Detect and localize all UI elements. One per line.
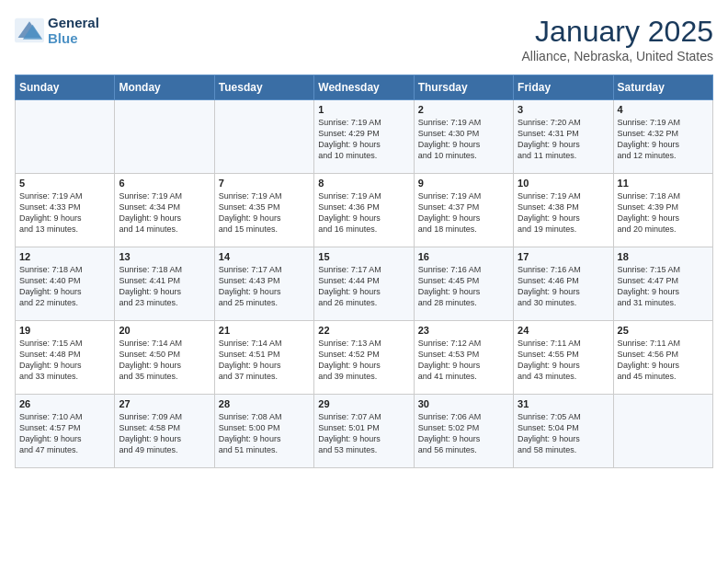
calendar-cell: 11Sunrise: 7:18 AM Sunset: 4:39 PM Dayli…	[613, 174, 712, 247]
calendar-cell: 14Sunrise: 7:17 AM Sunset: 4:43 PM Dayli…	[214, 247, 313, 321]
calendar-cell: 10Sunrise: 7:19 AM Sunset: 4:38 PM Dayli…	[514, 174, 613, 247]
cell-info: Sunrise: 7:19 AM Sunset: 4:33 PM Dayligh…	[19, 190, 110, 236]
logo-icon	[15, 17, 44, 43]
weekday-header-thursday: Thursday	[414, 75, 513, 100]
cell-info: Sunrise: 7:19 AM Sunset: 4:36 PM Dayligh…	[318, 190, 409, 236]
day-number: 28	[219, 398, 310, 409]
location: Alliance, Nebraska, United States	[521, 49, 713, 63]
cell-info: Sunrise: 7:18 AM Sunset: 4:39 PM Dayligh…	[618, 190, 709, 236]
weekday-header-sunday: Sunday	[16, 75, 115, 100]
calendar-cell: 15Sunrise: 7:17 AM Sunset: 4:44 PM Dayli…	[314, 247, 414, 321]
day-number: 16	[418, 251, 509, 262]
day-number: 27	[119, 398, 210, 409]
day-number: 5	[19, 178, 110, 189]
day-number: 8	[318, 178, 409, 189]
cell-info: Sunrise: 7:15 AM Sunset: 4:48 PM Dayligh…	[19, 338, 110, 383]
day-number: 4	[618, 104, 709, 115]
calendar-cell: 20Sunrise: 7:14 AM Sunset: 4:50 PM Dayli…	[115, 321, 214, 395]
month-title: January 2025	[521, 15, 713, 49]
calendar-cell: 19Sunrise: 7:15 AM Sunset: 4:48 PM Dayli…	[16, 321, 115, 395]
day-number: 10	[518, 178, 609, 189]
cell-info: Sunrise: 7:20 AM Sunset: 4:31 PM Dayligh…	[518, 117, 609, 162]
calendar-cell: 18Sunrise: 7:15 AM Sunset: 4:47 PM Dayli…	[613, 247, 712, 321]
calendar-cell: 9Sunrise: 7:19 AM Sunset: 4:37 PM Daylig…	[414, 174, 513, 247]
cell-info: Sunrise: 7:19 AM Sunset: 4:29 PM Dayligh…	[318, 117, 409, 162]
cell-info: Sunrise: 7:05 AM Sunset: 5:04 PM Dayligh…	[518, 411, 609, 456]
cell-info: Sunrise: 7:14 AM Sunset: 4:50 PM Dayligh…	[119, 338, 210, 383]
cell-info: Sunrise: 7:17 AM Sunset: 4:43 PM Dayligh…	[219, 264, 310, 309]
calendar-cell: 3Sunrise: 7:20 AM Sunset: 4:31 PM Daylig…	[514, 100, 613, 174]
weekday-header-tuesday: Tuesday	[214, 75, 313, 100]
calendar-cell	[613, 395, 712, 468]
calendar-cell: 2Sunrise: 7:19 AM Sunset: 4:30 PM Daylig…	[414, 100, 513, 174]
day-number: 26	[19, 398, 110, 409]
day-number: 30	[418, 398, 509, 409]
cell-info: Sunrise: 7:14 AM Sunset: 4:51 PM Dayligh…	[219, 338, 310, 383]
cell-info: Sunrise: 7:19 AM Sunset: 4:35 PM Dayligh…	[219, 190, 310, 236]
calendar-cell: 8Sunrise: 7:19 AM Sunset: 4:36 PM Daylig…	[314, 174, 414, 247]
cell-info: Sunrise: 7:13 AM Sunset: 4:52 PM Dayligh…	[318, 338, 409, 383]
calendar-cell: 7Sunrise: 7:19 AM Sunset: 4:35 PM Daylig…	[214, 174, 313, 247]
cell-info: Sunrise: 7:07 AM Sunset: 5:01 PM Dayligh…	[318, 411, 409, 456]
day-number: 11	[618, 178, 709, 189]
calendar-cell: 27Sunrise: 7:09 AM Sunset: 4:58 PM Dayli…	[115, 395, 214, 468]
cell-info: Sunrise: 7:15 AM Sunset: 4:47 PM Dayligh…	[618, 264, 709, 309]
title-block: January 2025 Alliance, Nebraska, United …	[521, 15, 713, 63]
cell-info: Sunrise: 7:10 AM Sunset: 4:57 PM Dayligh…	[19, 411, 110, 456]
calendar-cell: 16Sunrise: 7:16 AM Sunset: 4:45 PM Dayli…	[414, 247, 513, 321]
day-number: 13	[119, 251, 210, 262]
day-number: 20	[119, 325, 210, 336]
cell-info: Sunrise: 7:11 AM Sunset: 4:55 PM Dayligh…	[518, 338, 609, 383]
day-number: 21	[219, 325, 310, 336]
cell-info: Sunrise: 7:06 AM Sunset: 5:02 PM Dayligh…	[418, 411, 509, 456]
calendar-cell: 17Sunrise: 7:16 AM Sunset: 4:46 PM Dayli…	[514, 247, 613, 321]
weekday-header-friday: Friday	[514, 75, 613, 100]
logo: General Blue	[15, 15, 99, 46]
day-number: 12	[19, 251, 110, 262]
cell-info: Sunrise: 7:18 AM Sunset: 4:40 PM Dayligh…	[19, 264, 110, 309]
cell-info: Sunrise: 7:09 AM Sunset: 4:58 PM Dayligh…	[119, 411, 210, 456]
cell-info: Sunrise: 7:16 AM Sunset: 4:46 PM Dayligh…	[518, 264, 609, 309]
calendar-cell: 12Sunrise: 7:18 AM Sunset: 4:40 PM Dayli…	[16, 247, 115, 321]
calendar-cell: 13Sunrise: 7:18 AM Sunset: 4:41 PM Dayli…	[115, 247, 214, 321]
day-number: 24	[518, 325, 609, 336]
calendar-cell: 30Sunrise: 7:06 AM Sunset: 5:02 PM Dayli…	[414, 395, 513, 468]
calendar-cell: 31Sunrise: 7:05 AM Sunset: 5:04 PM Dayli…	[514, 395, 613, 468]
page-header: General Blue January 2025 Alliance, Nebr…	[15, 15, 713, 63]
calendar-cell: 21Sunrise: 7:14 AM Sunset: 4:51 PM Dayli…	[214, 321, 313, 395]
day-number: 22	[318, 325, 409, 336]
weekday-header-monday: Monday	[115, 75, 214, 100]
day-number: 6	[119, 178, 210, 189]
calendar-cell: 26Sunrise: 7:10 AM Sunset: 4:57 PM Dayli…	[16, 395, 115, 468]
day-number: 2	[418, 104, 509, 115]
cell-info: Sunrise: 7:19 AM Sunset: 4:38 PM Dayligh…	[518, 190, 609, 236]
weekday-header-saturday: Saturday	[613, 75, 712, 100]
cell-info: Sunrise: 7:12 AM Sunset: 4:53 PM Dayligh…	[418, 338, 509, 383]
cell-info: Sunrise: 7:19 AM Sunset: 4:34 PM Dayligh…	[119, 190, 210, 236]
day-number: 25	[618, 325, 709, 336]
calendar-cell: 5Sunrise: 7:19 AM Sunset: 4:33 PM Daylig…	[16, 174, 115, 247]
cell-info: Sunrise: 7:08 AM Sunset: 5:00 PM Dayligh…	[219, 411, 310, 456]
calendar-cell	[214, 100, 313, 174]
calendar-cell: 1Sunrise: 7:19 AM Sunset: 4:29 PM Daylig…	[314, 100, 414, 174]
calendar-cell: 23Sunrise: 7:12 AM Sunset: 4:53 PM Dayli…	[414, 321, 513, 395]
day-number: 14	[219, 251, 310, 262]
day-number: 23	[418, 325, 509, 336]
day-number: 9	[418, 178, 509, 189]
day-number: 18	[618, 251, 709, 262]
calendar-cell: 6Sunrise: 7:19 AM Sunset: 4:34 PM Daylig…	[115, 174, 214, 247]
cell-info: Sunrise: 7:11 AM Sunset: 4:56 PM Dayligh…	[618, 338, 709, 383]
cell-info: Sunrise: 7:18 AM Sunset: 4:41 PM Dayligh…	[119, 264, 210, 309]
day-number: 15	[318, 251, 409, 262]
calendar-cell: 24Sunrise: 7:11 AM Sunset: 4:55 PM Dayli…	[514, 321, 613, 395]
logo-text: General Blue	[48, 15, 99, 46]
day-number: 31	[518, 398, 609, 409]
day-number: 3	[518, 104, 609, 115]
calendar-cell	[16, 100, 115, 174]
day-number: 17	[518, 251, 609, 262]
day-number: 29	[318, 398, 409, 409]
calendar-cell: 4Sunrise: 7:19 AM Sunset: 4:32 PM Daylig…	[613, 100, 712, 174]
cell-info: Sunrise: 7:19 AM Sunset: 4:37 PM Dayligh…	[418, 190, 509, 236]
day-number: 1	[318, 104, 409, 115]
calendar-cell	[115, 100, 214, 174]
